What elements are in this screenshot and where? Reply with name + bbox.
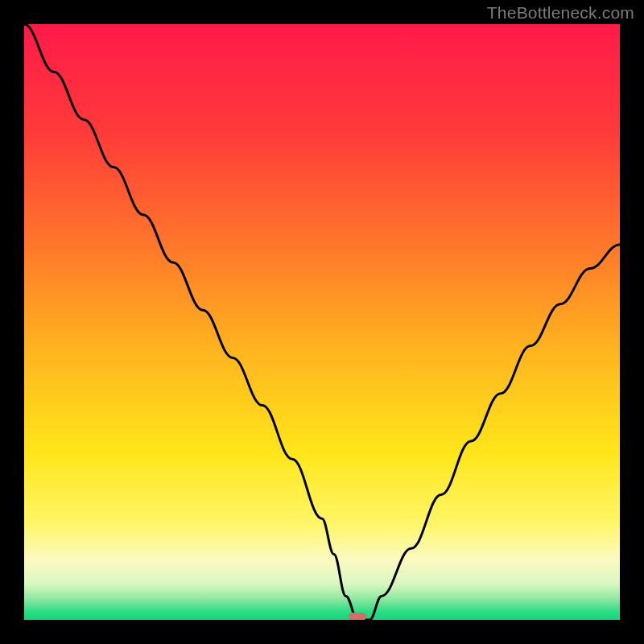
outer-frame: TheBottleneck.com [0, 0, 644, 644]
watermark-text: TheBottleneck.com [487, 3, 634, 23]
plot-area [24, 24, 620, 620]
svg-rect-0 [24, 24, 620, 620]
background-gradient [24, 24, 620, 620]
optimum-marker [349, 613, 366, 620]
